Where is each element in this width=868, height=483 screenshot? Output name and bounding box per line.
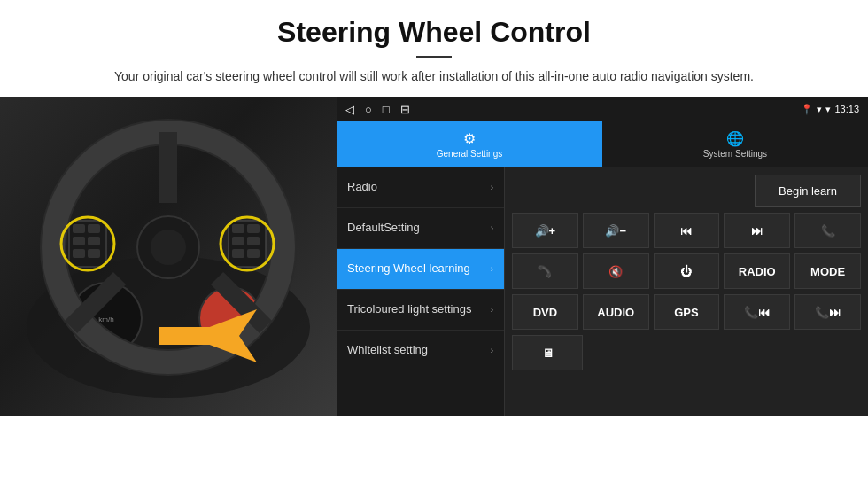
wifi-icon: ▾ bbox=[817, 104, 822, 115]
menu-item-whitelist[interactable]: Whitelist setting › bbox=[337, 331, 504, 371]
prev-track-icon: ⏮ bbox=[680, 224, 692, 238]
dvd-button[interactable]: DVD bbox=[512, 294, 578, 330]
chevron-whitelist: › bbox=[491, 346, 493, 355]
sw-visual: km/h bbox=[0, 97, 337, 416]
home-icon[interactable]: ○ bbox=[365, 103, 372, 116]
mute-button[interactable]: 🔇 bbox=[583, 253, 649, 289]
status-icons: 📍 ▾ ▾ 13:13 bbox=[801, 104, 859, 115]
next-track-button[interactable]: ⏭ bbox=[724, 213, 790, 248]
begin-learn-button[interactable]: Begin learn bbox=[755, 175, 861, 207]
tab-bar: ⚙ General Settings 🌐 System Settings bbox=[337, 121, 868, 167]
svg-rect-21 bbox=[232, 237, 244, 245]
tab-general-label: General Settings bbox=[437, 149, 503, 159]
mode-label: MODE bbox=[810, 265, 845, 278]
menu-item-default[interactable]: DefaultSetting › bbox=[337, 208, 504, 249]
screen-button[interactable]: 🖥 bbox=[512, 335, 583, 370]
tab-system-label: System Settings bbox=[703, 149, 767, 159]
audio-label: AUDIO bbox=[597, 306, 634, 319]
svg-rect-22 bbox=[247, 237, 260, 245]
mute-icon: 🔇 bbox=[608, 265, 623, 278]
svg-rect-17 bbox=[88, 249, 100, 258]
svg-text:km/h: km/h bbox=[98, 316, 113, 323]
call-button[interactable]: 📞 bbox=[794, 213, 861, 248]
menu-default-label: DefaultSetting bbox=[347, 221, 491, 236]
power-button[interactable]: ⏻ bbox=[654, 253, 720, 289]
signal-icon: ▾ bbox=[825, 104, 831, 115]
answer-icon: 📞 bbox=[538, 265, 552, 278]
tab-general[interactable]: ⚙ General Settings bbox=[337, 121, 602, 167]
svg-rect-12 bbox=[73, 224, 85, 233]
radio-button[interactable]: RADIO bbox=[724, 253, 790, 289]
radio-label: RADIO bbox=[739, 265, 776, 278]
head-unit: ◁ ○ □ ⊟ 📍 ▾ ▾ 13:13 ⚙ General Settings 🌐… bbox=[337, 97, 868, 416]
control-row-2: 📞 🔇 ⏻ RADIO MODE bbox=[512, 253, 861, 289]
right-panel: Begin learn 🔊+ 🔊− ⏮ ⏭ bbox=[505, 167, 868, 416]
call-next-button[interactable]: 📞⏭ bbox=[794, 294, 861, 330]
power-icon: ⏻ bbox=[680, 265, 692, 278]
phone-icon: 📞 bbox=[821, 224, 835, 238]
prev-track-button[interactable]: ⏮ bbox=[654, 213, 720, 248]
mode-button[interactable]: MODE bbox=[794, 253, 861, 289]
svg-rect-28 bbox=[159, 327, 217, 345]
call-prev-button[interactable]: 📞⏮ bbox=[724, 294, 790, 330]
tab-system[interactable]: 🌐 System Settings bbox=[602, 121, 868, 167]
left-menu: Radio › DefaultSetting › Steering Wheel … bbox=[337, 167, 505, 416]
svg-rect-24 bbox=[247, 249, 260, 258]
svg-rect-14 bbox=[73, 237, 85, 245]
menu-item-radio[interactable]: Radio › bbox=[337, 167, 504, 208]
svg-rect-15 bbox=[88, 237, 100, 245]
screen-icon: 🖥 bbox=[542, 347, 554, 360]
unit-content: Radio › DefaultSetting › Steering Wheel … bbox=[337, 167, 868, 416]
nav-icons: ◁ ○ □ ⊟ bbox=[345, 103, 410, 116]
back-icon[interactable]: ◁ bbox=[345, 103, 354, 116]
clock: 13:13 bbox=[834, 104, 859, 114]
begin-learn-row: Begin learn bbox=[512, 175, 861, 207]
menu-steering-label: Steering Wheel learning bbox=[347, 261, 491, 277]
main-content: km/h bbox=[0, 97, 868, 416]
vol-down-button[interactable]: 🔊− bbox=[583, 213, 649, 248]
chevron-tricolour: › bbox=[491, 305, 493, 315]
vol-up-button[interactable]: 🔊+ bbox=[512, 213, 578, 248]
chevron-steering: › bbox=[491, 264, 493, 274]
menu-item-steering[interactable]: Steering Wheel learning › bbox=[337, 249, 504, 290]
menu-radio-label: Radio bbox=[347, 180, 491, 195]
control-row-4: 🖥 bbox=[512, 335, 861, 370]
menu-icon[interactable]: ⊟ bbox=[400, 103, 410, 116]
svg-rect-13 bbox=[88, 224, 100, 233]
steering-wheel-svg: km/h bbox=[18, 105, 319, 407]
status-bar: ◁ ○ □ ⊟ 📍 ▾ ▾ 13:13 bbox=[337, 97, 868, 121]
call-next-icon: 📞⏭ bbox=[815, 306, 841, 319]
recents-icon[interactable]: □ bbox=[383, 103, 390, 116]
dvd-label: DVD bbox=[533, 306, 557, 319]
audio-button[interactable]: AUDIO bbox=[583, 294, 649, 330]
vol-up-icon: 🔊+ bbox=[535, 224, 556, 238]
call-prev-icon: 📞⏮ bbox=[744, 306, 770, 319]
chevron-default: › bbox=[491, 223, 493, 233]
svg-rect-19 bbox=[232, 224, 244, 233]
menu-whitelist-label: Whitelist setting bbox=[347, 343, 491, 358]
title-divider bbox=[416, 56, 452, 58]
svg-rect-16 bbox=[73, 249, 85, 258]
steering-wheel-area: km/h bbox=[0, 97, 337, 416]
globe-icon: 🌐 bbox=[726, 130, 744, 147]
svg-rect-23 bbox=[232, 249, 244, 258]
answer-button[interactable]: 📞 bbox=[512, 253, 578, 289]
top-section: Steering Wheel Control Your original car… bbox=[0, 0, 868, 97]
gps-button[interactable]: GPS bbox=[654, 294, 720, 330]
next-track-icon: ⏭ bbox=[751, 224, 763, 238]
svg-rect-20 bbox=[247, 224, 260, 233]
menu-tricolour-label: Tricoloured light settings bbox=[347, 302, 491, 317]
gear-icon: ⚙ bbox=[463, 130, 476, 147]
control-row-3: DVD AUDIO GPS 📞⏮ 📞⏭ bbox=[512, 294, 861, 330]
svg-point-10 bbox=[151, 230, 186, 265]
main-title: Steering Wheel Control bbox=[53, 16, 815, 49]
location-icon: 📍 bbox=[801, 104, 813, 115]
menu-item-tricolour[interactable]: Tricoloured light settings › bbox=[337, 290, 504, 331]
control-row-1: 🔊+ 🔊− ⏮ ⏭ 📞 bbox=[512, 213, 861, 248]
vol-down-icon: 🔊− bbox=[605, 224, 626, 238]
subtitle: Your original car's steering wheel contr… bbox=[53, 67, 815, 86]
gps-label: GPS bbox=[674, 306, 698, 319]
chevron-radio: › bbox=[491, 183, 493, 192]
